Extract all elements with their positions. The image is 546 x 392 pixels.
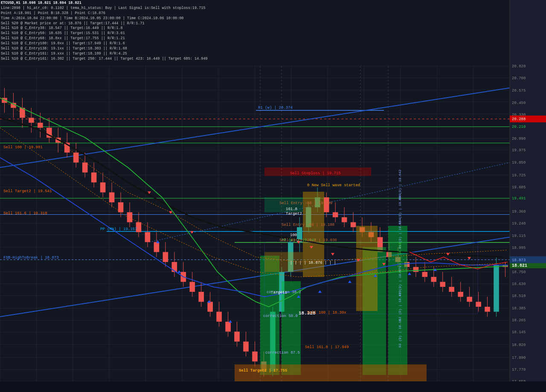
chart-container: ETCUSD,H1 18.698 18.821 18.694 18.821Lin… [0, 0, 546, 392]
price-chart [0, 0, 546, 392]
